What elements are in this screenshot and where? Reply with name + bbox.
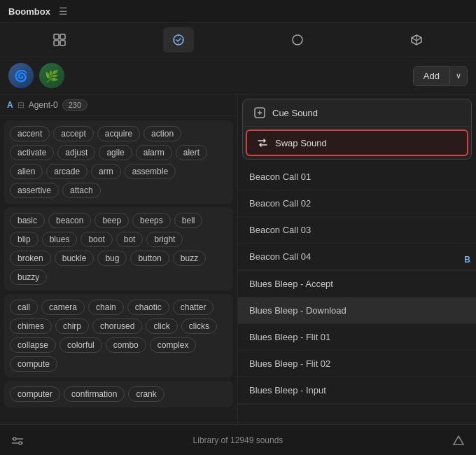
tag[interactable]: alien — [10, 164, 43, 179]
avatar-1[interactable]: 🌀 — [8, 63, 34, 88]
tag[interactable]: complex — [150, 337, 197, 353]
tag[interactable]: combo — [106, 337, 146, 353]
left-panel: A ⊟ Agent-0 230 accent accept acquire ac… — [0, 94, 238, 424]
tag[interactable]: computer — [10, 386, 60, 402]
tag[interactable]: button — [130, 251, 169, 266]
tag[interactable]: chain — [88, 300, 124, 315]
svg-point-5 — [293, 35, 302, 45]
tag[interactable]: collapse — [10, 337, 56, 353]
sound-item[interactable]: Beacon Call 01 — [238, 164, 476, 190]
tag[interactable]: accept — [53, 126, 93, 141]
tag[interactable]: beeps — [132, 213, 171, 228]
tag[interactable]: accent — [10, 126, 50, 141]
tag[interactable]: action — [144, 126, 181, 141]
cue-sound-item[interactable]: Cue Sound — [243, 99, 471, 127]
add-dropdown-button[interactable]: ∨ — [449, 67, 467, 85]
tag[interactable]: arm — [91, 164, 121, 179]
tag[interactable]: activate — [10, 145, 54, 160]
agent-icon — [172, 34, 185, 46]
svg-rect-0 — [54, 34, 59, 39]
swap-sound-label: Swap Sound — [275, 138, 327, 148]
tag[interactable]: beacon — [48, 213, 91, 228]
sound-item[interactable]: Beacon Call 02 — [238, 190, 476, 217]
dropdown-menu: Cue Sound Swap Sound — [242, 99, 472, 160]
bottom-upload-icon[interactable] — [452, 433, 465, 447]
add-btn-group: Add ∨ — [413, 66, 468, 86]
bottom-bar: Library of 12949 sounds — [0, 424, 476, 455]
sound-group-beacon: Beacon Call 01 Beacon Call 02 Beacon Cal… — [238, 164, 476, 271]
tag[interactable]: compute — [10, 356, 57, 372]
tag[interactable]: agile — [99, 145, 132, 160]
tag[interactable]: broken — [10, 251, 51, 266]
app-shell: Boombox ☰ — [0, 0, 476, 455]
tag[interactable]: buckle — [55, 251, 94, 266]
nav-agent-btn[interactable] — [163, 27, 194, 52]
expand-icon[interactable]: ⊟ — [18, 100, 24, 110]
swap-sound-item[interactable]: Swap Sound — [246, 130, 468, 156]
tag[interactable]: click — [146, 318, 177, 334]
tag[interactable]: blip — [10, 232, 38, 247]
sound-item-blues-flit02[interactable]: Blues Bleep - Flit 02 — [238, 351, 476, 377]
tag[interactable]: confirmation — [64, 386, 125, 402]
tag[interactable]: chatter — [173, 300, 214, 315]
avatar-2[interactable]: 🌿 — [39, 63, 64, 88]
tag[interactable]: adjust — [57, 145, 95, 160]
top-bar: Boombox ☰ — [0, 0, 476, 23]
agent-header: A ⊟ Agent-0 230 — [0, 94, 237, 116]
tag[interactable]: camera — [41, 300, 85, 315]
avatars-row: 🌀 🌿 Add ∨ — [0, 57, 476, 94]
box-icon — [410, 34, 423, 46]
tag[interactable]: bot — [116, 232, 144, 247]
tag[interactable]: chimes — [10, 318, 52, 334]
tag[interactable]: boot — [80, 232, 112, 247]
cue-sound-label: Cue Sound — [272, 108, 318, 118]
add-button[interactable]: Add — [414, 66, 449, 85]
tag[interactable]: alarm — [136, 145, 172, 160]
tag[interactable]: bug — [97, 251, 127, 266]
tag[interactable]: attach — [62, 183, 101, 198]
nav-circle-btn[interactable] — [282, 27, 313, 52]
sound-item[interactable]: Beacon Call 04 — [238, 244, 476, 270]
tag[interactable]: alert — [176, 145, 207, 160]
nav-icons-row — [0, 23, 476, 57]
circle-icon — [291, 34, 304, 46]
sound-item-blues-flit01[interactable]: Blues Bleep - Flit 01 — [238, 324, 476, 351]
tag-group-a: accent accept acquire action activate ad… — [4, 120, 233, 204]
tag[interactable]: chirp — [55, 318, 89, 334]
sound-list: Beacon Call 01 Beacon Call 02 Beacon Cal… — [238, 164, 476, 424]
agent-count-badge: 230 — [62, 99, 88, 111]
tag[interactable]: buzzy — [10, 270, 47, 285]
nav-grid-btn[interactable] — [44, 27, 75, 52]
sound-item[interactable]: Beacon Call 03 — [238, 217, 476, 244]
tag[interactable]: acquire — [97, 126, 140, 141]
tag[interactable]: chaotic — [127, 300, 169, 315]
sound-item-blues-input[interactable]: Blues Bleep - Input — [238, 377, 476, 404]
tag[interactable]: bell — [174, 213, 203, 228]
tag[interactable]: arcade — [46, 164, 88, 179]
sound-item-blues-accept[interactable]: Blues Bleep - Accept — [238, 271, 476, 298]
tag[interactable]: crank — [128, 386, 164, 402]
tag[interactable]: assertive — [10, 183, 59, 198]
agent-label-text: Agent-0 — [29, 100, 58, 110]
tag[interactable]: beep — [94, 213, 129, 228]
tag[interactable]: bright — [146, 232, 183, 247]
tag-group-c: call camera chain chaotic chatter chimes… — [4, 294, 233, 377]
sound-item-blues-download[interactable]: Blues Bleep - Download — [238, 298, 476, 324]
hamburger-icon[interactable]: ☰ — [59, 6, 68, 17]
svg-rect-3 — [60, 41, 65, 46]
tag[interactable]: chorused — [92, 318, 142, 334]
tag[interactable]: assemble — [125, 164, 176, 179]
svg-rect-2 — [54, 41, 59, 46]
left-marker: A — [7, 100, 13, 110]
swap-sound-icon — [257, 137, 268, 148]
tag[interactable]: call — [10, 300, 38, 315]
tag[interactable]: blues — [42, 232, 78, 247]
bottom-settings-icon[interactable] — [11, 434, 24, 445]
nav-box-btn[interactable] — [401, 27, 432, 52]
grid-icon — [53, 34, 66, 46]
tag[interactable]: colorful — [59, 337, 102, 353]
tag[interactable]: clicks — [181, 318, 217, 334]
tag[interactable]: basic — [10, 213, 45, 228]
triangle-icon — [452, 434, 465, 447]
tag[interactable]: buzz — [173, 251, 206, 266]
